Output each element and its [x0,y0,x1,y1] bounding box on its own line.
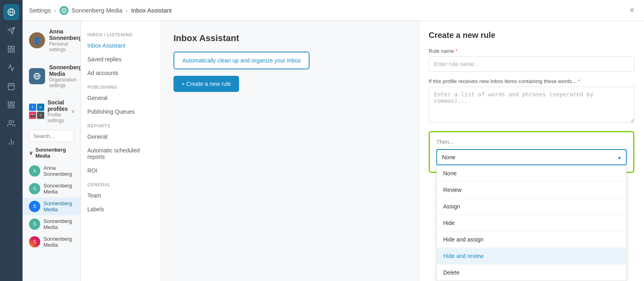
profile-icon-2: S [29,201,40,212]
social-profiles-sub: Profile settings [47,112,68,123]
profile-icon-0: A [29,165,40,177]
rule-name-required: * [456,48,458,54]
option-assign[interactable]: Assign [437,198,626,215]
option-review[interactable]: Review [437,182,626,198]
nav-item-publishing-queues[interactable]: Publishing Queues [81,105,161,119]
option-hide-and-assign[interactable]: Hide and assign [437,231,626,248]
search-input[interactable] [33,133,81,139]
close-button[interactable]: × [626,4,638,17]
sp-linkedin-icon: in [37,104,44,111]
sidebar-icon-chart[interactable] [3,134,19,150]
profile-name-0: Anna Sonnenberg [43,165,74,177]
user-profile-item[interactable]: 👤 Anna Sonnenberg Personal settings [23,24,80,57]
right-panel-title: Create a new rule [429,31,634,40]
user-sub: Personal settings [49,41,81,52]
profile-icon-3: S [29,219,40,230]
org-sub: Organization settings [49,77,81,88]
profile-item-0[interactable]: A Anna Sonnenberg [23,162,80,180]
condition-input[interactable] [429,87,634,123]
sidebar-icon-building[interactable] [3,41,19,57]
profile-name-3: Sonnenberg Media [43,218,74,230]
user-avatar: 👤 [29,32,45,48]
profile-item-1[interactable]: S Sonnenberg Media [23,180,80,198]
condition-required: * [578,78,580,84]
profile-name-4: Sonnenberg Media [43,236,74,248]
sidebar-icon-globe[interactable] [3,4,19,20]
search-box: 🔍 [29,130,74,142]
nav-item-team[interactable]: Team [81,189,161,202]
breadcrumb-inbox[interactable]: Inbox Assistant [131,7,172,14]
profile-item-2[interactable]: S Sonnenberg Media [23,198,80,215]
sidebar-icon-analytics[interactable] [3,60,19,76]
action-dropdown-trigger[interactable]: None [436,149,627,165]
org-info: Sonnenberg Media Organization settings [49,64,81,88]
social-profiles-section[interactable]: f in 📷 + Social profiles Profile setting… [23,96,80,127]
social-profiles-avatars: f in 📷 + [29,104,44,119]
nav-section-general: General [81,181,161,189]
profile-icon-4: S [29,236,40,248]
auto-clean-button[interactable]: Automatically clean up and organize your… [173,52,310,69]
svg-rect-13 [8,102,11,104]
breadcrumb-org[interactable]: Sonnenberg Media [72,7,123,14]
org-section-label[interactable]: ∨ Sonnenberg Media [23,145,80,160]
top-bar: Settings › Sonnenberg Media › Inbox Assi… [23,0,644,21]
settings-nav: Inbox / Listening Inbox Assistant Saved … [81,21,161,281]
breadcrumb-org-icon [60,6,68,15]
left-panel: 👤 Anna Sonnenberg Personal settings Sonn… [23,21,81,281]
svg-point-17 [9,121,12,123]
main-content: Inbox Assistant Automatically clean up a… [161,21,419,281]
social-profiles-text: Social profiles Profile settings [47,99,68,123]
nav-section-reports: Reports [81,122,161,130]
org-profile-item[interactable]: Sonnenberg Media Organization settings [23,60,80,93]
profile-item-3[interactable]: S Sonnenberg Media [23,215,80,233]
nav-item-roi[interactable]: ROI [81,164,161,177]
profile-icon-1: S [29,183,40,194]
option-hide[interactable]: Hide [437,215,626,231]
sp-facebook-icon: f [29,104,36,111]
rule-name-input[interactable] [429,56,634,72]
svg-rect-5 [8,46,11,49]
sidebar-icon-paper-plane[interactable] [3,23,19,39]
breadcrumb-sep-2: › [126,7,128,14]
right-panel: Create a new rule Rule name * If this pr… [419,21,644,281]
nav-section-publishing: Publishing [81,83,161,91]
option-hide-and-review[interactable]: Hide and review [437,248,626,264]
svg-rect-8 [8,50,11,52]
nav-item-saved-replies[interactable]: Saved replies [81,52,161,66]
sidebar-icon-user[interactable] [3,115,19,131]
user-info: Anna Sonnenberg Personal settings [49,28,81,52]
social-profiles-chevron: ∨ [71,108,75,114]
sp-instagram-icon: 📷 [29,112,36,119]
then-section: Then... None ▲ None Review Assign Hide H… [429,131,634,173]
profile-name-1: Sonnenberg Media [43,183,74,195]
nav-item-ad-accounts[interactable]: Ad accounts [81,66,161,80]
sidebar-icon-calendar[interactable] [3,78,19,94]
svg-rect-16 [8,106,11,108]
nav-item-labels[interactable]: Labels [81,202,161,216]
breadcrumb-settings[interactable]: Settings [29,7,51,14]
svg-rect-6 [12,46,14,49]
nav-item-general-publishing[interactable]: General [81,91,161,105]
profile-item-4[interactable]: S Sonnenberg Media [23,233,80,251]
content-area: 👤 Anna Sonnenberg Personal settings Sonn… [23,21,644,281]
rule-name-label: Rule name * [429,48,634,54]
svg-rect-15 [12,106,14,108]
nav-item-general-reports[interactable]: General [81,130,161,144]
option-none[interactable]: None [437,165,626,182]
svg-rect-14 [12,102,14,104]
org-section-name: Sonnenberg Media [35,147,74,159]
sidebar [0,0,23,281]
svg-rect-9 [8,83,14,90]
org-avatar [29,68,45,84]
nav-item-inbox-assistant[interactable]: Inbox Assistant [81,39,161,52]
org-section-chevron: ∨ [29,150,33,156]
profile-list: A Anna Sonnenberg S Sonnenberg Media S S… [23,160,80,252]
svg-rect-7 [12,50,14,52]
dropdown-selected-value: None [442,154,455,160]
social-profiles-title: Social profiles [47,99,68,112]
nav-section-inbox: Inbox / Listening [81,31,161,39]
sidebar-icon-grid[interactable] [3,97,19,113]
create-rule-button[interactable]: + Create a new rule [173,76,239,92]
option-delete[interactable]: Delete [437,264,626,281]
nav-item-auto-scheduled[interactable]: Automatic scheduled reports [81,144,161,164]
